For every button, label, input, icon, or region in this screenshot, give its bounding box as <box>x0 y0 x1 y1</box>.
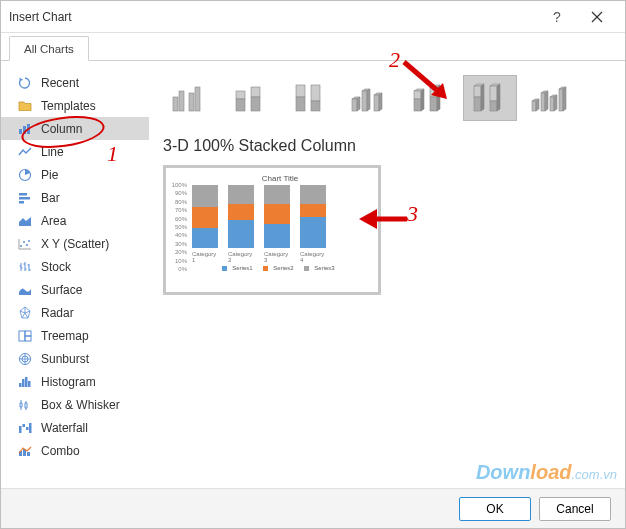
sidebar-item-label: X Y (Scatter) <box>41 237 109 251</box>
svg-rect-53 <box>559 89 563 111</box>
3d-stacked-column-icon <box>408 81 452 115</box>
chart-bars: Category 1 Category 2 Category 3 Categor… <box>188 185 372 263</box>
svg-rect-40 <box>362 91 367 111</box>
sidebar-item-combo[interactable]: Combo <box>1 439 149 462</box>
svg-rect-21 <box>23 424 26 427</box>
histogram-icon <box>15 374 35 390</box>
sidebar-item-waterfall[interactable]: Waterfall <box>1 416 149 439</box>
cancel-button[interactable]: Cancel <box>539 497 611 521</box>
sidebar-item-templates[interactable]: Templates <box>1 94 149 117</box>
svg-rect-0 <box>19 129 22 134</box>
pie-icon <box>15 167 35 183</box>
sidebar-item-label: Stock <box>41 260 71 274</box>
insert-chart-dialog: Insert Chart ? All Charts Recent Templat… <box>0 0 626 529</box>
area-icon <box>15 213 35 229</box>
surface-icon <box>15 282 35 298</box>
sidebar-item-pie[interactable]: Pie <box>1 163 149 186</box>
svg-point-8 <box>23 241 25 243</box>
tab-all-charts[interactable]: All Charts <box>9 36 89 61</box>
chart-type-sidebar: Recent Templates Column Line Pie Bar <box>1 61 149 488</box>
chart-preview[interactable]: Chart Title 100% 90% 80% 70% 60% 50% 40%… <box>163 165 381 295</box>
subtype-3d-clustered-column[interactable] <box>343 75 397 121</box>
sidebar-item-recent[interactable]: Recent <box>1 71 149 94</box>
svg-rect-35 <box>296 85 305 97</box>
svg-rect-41 <box>374 95 379 111</box>
svg-rect-45 <box>430 97 437 111</box>
sidebar-item-label: Waterfall <box>41 421 88 435</box>
svg-rect-4 <box>19 193 27 196</box>
bar-category-1: Category 1 <box>192 185 218 263</box>
sidebar-item-bar[interactable]: Bar <box>1 186 149 209</box>
sidebar-item-line[interactable]: Line <box>1 140 149 163</box>
close-button[interactable] <box>577 1 617 32</box>
svg-rect-13 <box>25 336 31 341</box>
sidebar-item-treemap[interactable]: Treemap <box>1 324 149 347</box>
ok-button[interactable]: OK <box>459 497 531 521</box>
sidebar-item-label: Histogram <box>41 375 96 389</box>
sidebar-item-radar[interactable]: Radar <box>1 301 149 324</box>
sidebar-item-label: Recent <box>41 76 79 90</box>
folder-icon <box>15 98 35 114</box>
bar-category-2: Category 2 <box>228 185 254 263</box>
sidebar-item-label: Combo <box>41 444 80 458</box>
svg-rect-31 <box>236 91 245 99</box>
close-icon <box>591 11 603 23</box>
sidebar-item-label: Treemap <box>41 329 89 343</box>
svg-rect-5 <box>19 197 30 200</box>
help-button[interactable]: ? <box>537 1 577 32</box>
sidebar-item-boxwhisker[interactable]: Box & Whisker <box>1 393 149 416</box>
boxwhisker-icon <box>15 397 35 413</box>
svg-rect-50 <box>532 101 536 111</box>
3d-100-stacked-column-icon <box>468 81 512 115</box>
sidebar-item-histogram[interactable]: Histogram <box>1 370 149 393</box>
sidebar-item-label: Pie <box>41 168 58 182</box>
svg-rect-32 <box>236 99 245 111</box>
svg-rect-22 <box>26 427 29 430</box>
svg-rect-16 <box>19 383 22 387</box>
stacked-column-icon <box>230 81 270 115</box>
sidebar-item-scatter[interactable]: X Y (Scatter) <box>1 232 149 255</box>
svg-rect-52 <box>550 97 554 111</box>
svg-rect-36 <box>296 97 305 111</box>
svg-rect-19 <box>28 381 31 387</box>
sidebar-item-label: Column <box>41 122 82 136</box>
sidebar-item-stock[interactable]: Stock <box>1 255 149 278</box>
sidebar-item-label: Surface <box>41 283 82 297</box>
sidebar-item-label: Area <box>41 214 66 228</box>
subtype-3d-100-stacked-column[interactable] <box>463 75 517 121</box>
subtype-3d-column[interactable] <box>523 75 577 121</box>
sunburst-icon <box>15 351 35 367</box>
subtype-100-stacked-column[interactable] <box>283 75 337 121</box>
treemap-icon <box>15 328 35 344</box>
svg-rect-29 <box>189 93 194 111</box>
column-icon <box>15 121 35 137</box>
svg-rect-47 <box>474 97 481 111</box>
svg-rect-51 <box>541 93 545 111</box>
scatter-icon <box>15 236 35 252</box>
subtype-clustered-column[interactable] <box>163 75 217 121</box>
sidebar-item-column[interactable]: Column <box>1 117 149 140</box>
sidebar-item-sunburst[interactable]: Sunburst <box>1 347 149 370</box>
subtype-3d-stacked-column[interactable] <box>403 75 457 121</box>
sidebar-item-label: Bar <box>41 191 60 205</box>
svg-rect-49 <box>490 101 497 111</box>
sidebar-item-label: Line <box>41 145 64 159</box>
svg-rect-34 <box>251 97 260 111</box>
sidebar-item-surface[interactable]: Surface <box>1 278 149 301</box>
bar-icon <box>15 190 35 206</box>
line-icon <box>15 144 35 160</box>
svg-rect-46 <box>474 86 481 97</box>
bar-category-4: Category 4 <box>300 185 326 263</box>
waterfall-icon <box>15 420 35 436</box>
radar-icon <box>15 305 35 321</box>
svg-point-9 <box>26 244 28 246</box>
clustered-column-icon <box>170 81 210 115</box>
svg-rect-1 <box>23 126 26 134</box>
sidebar-item-label: Sunburst <box>41 352 89 366</box>
svg-rect-27 <box>173 97 178 111</box>
stock-icon <box>15 259 35 275</box>
subtype-stacked-column[interactable] <box>223 75 277 121</box>
svg-rect-26 <box>27 452 30 456</box>
svg-rect-44 <box>430 87 437 97</box>
sidebar-item-area[interactable]: Area <box>1 209 149 232</box>
